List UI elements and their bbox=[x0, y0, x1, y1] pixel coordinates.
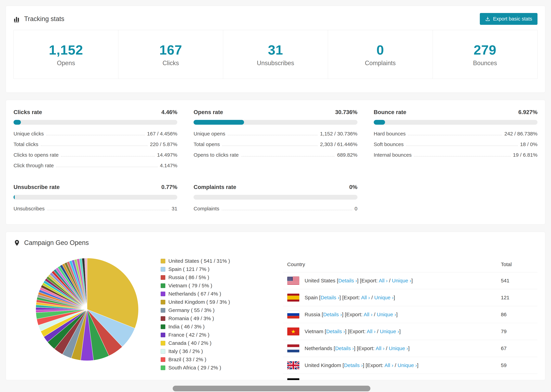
horizontal-scrollbar-thumb[interactable] bbox=[173, 386, 370, 391]
dotted-leader bbox=[414, 156, 510, 156]
details-link[interactable]: Details › bbox=[335, 345, 354, 351]
country-name: Spain bbox=[304, 295, 319, 300]
export-unique-link[interactable]: Unique › bbox=[389, 345, 408, 351]
export-all-link[interactable]: All › bbox=[384, 362, 393, 368]
legend-item-spain: Spain ( 121 / 7% ) bbox=[161, 266, 283, 272]
export-unique-link[interactable]: Unique › bbox=[398, 362, 417, 368]
stat-line-value: 4.147% bbox=[160, 163, 177, 168]
legend-swatch bbox=[161, 300, 165, 304]
legend-item-netherlands: Netherlands ( 67 / 4% ) bbox=[161, 291, 283, 297]
stat-line-label: Internal bounces bbox=[374, 152, 412, 158]
table-row-united-states: United States [Details ›] [Export: All ›… bbox=[283, 272, 537, 289]
rate-block-bounce-rate: Bounce rate6.927%Hard bounces242 / 86.73… bbox=[374, 109, 537, 168]
country-cell-text: Vietnam [Details ›] [Export: All › / Uni… bbox=[304, 329, 401, 334]
details-link[interactable]: Details › bbox=[326, 329, 345, 334]
stat-line-unique-opens: Unique opens1,152 / 30.736% bbox=[194, 131, 357, 137]
stat-line-total-opens: Total opens2,303 / 61.446% bbox=[194, 141, 357, 147]
geo-content: United States ( 541 / 31% )Spain ( 121 /… bbox=[6, 252, 545, 380]
rate-value: 4.46% bbox=[161, 109, 177, 115]
stat-line-label: Soft bounces bbox=[374, 141, 404, 147]
row-text: ] bbox=[394, 295, 395, 300]
geo-opens-header: Campaign Geo Opens bbox=[6, 232, 545, 252]
stat-line-unique-clicks: Unique clicks167 / 4.456% bbox=[14, 131, 177, 137]
progress-bar bbox=[194, 120, 357, 125]
rate-block-opens-rate: Opens rate30.736%Unique opens1,152 / 30.… bbox=[194, 109, 357, 168]
stat-line-soft-bounces: Soft bounces18 / 0% bbox=[374, 141, 537, 147]
stat-box-opens: 1,152Opens bbox=[14, 30, 118, 79]
nl-flag-icon bbox=[287, 344, 299, 352]
stat-line-label: Clicks to opens rate bbox=[14, 152, 58, 158]
geo-opens-card: Campaign Geo Opens United States ( 541 /… bbox=[6, 232, 545, 380]
country-total: 59 bbox=[501, 362, 533, 368]
stat-label: Complaints bbox=[365, 60, 396, 67]
legend-label: Vietnam ( 79 / 5% ) bbox=[168, 283, 212, 288]
legend-item-canada: Canada ( 40 / 2% ) bbox=[161, 340, 283, 346]
export-all-link[interactable]: All › bbox=[367, 329, 376, 334]
dotted-leader bbox=[241, 156, 335, 156]
us-flag-icon bbox=[287, 277, 299, 285]
stat-box-clicks: 167Clicks bbox=[118, 30, 223, 79]
stat-line-complaints: Complaints0 bbox=[194, 206, 357, 211]
stat-line-value: 689.82% bbox=[337, 152, 357, 158]
export-unique-link[interactable]: Unique › bbox=[374, 295, 394, 300]
stat-line-label: Complaints bbox=[194, 206, 219, 211]
export-unique-link[interactable]: Unique › bbox=[377, 312, 396, 317]
stat-line-label: Unsubscribes bbox=[14, 206, 45, 211]
details-link[interactable]: Details › bbox=[323, 312, 342, 317]
stat-value: 167 bbox=[159, 42, 182, 58]
legend-label: Netherlands ( 67 / 4% ) bbox=[168, 291, 221, 297]
rate-value: 0% bbox=[349, 184, 357, 190]
legend-item-romania: Romania ( 49 / 3% ) bbox=[161, 315, 283, 321]
export-all-link[interactable]: All › bbox=[364, 312, 373, 317]
geo-opens-title: Campaign Geo Opens bbox=[14, 239, 89, 246]
stat-line-label: Total clicks bbox=[14, 141, 38, 147]
stat-value: 0 bbox=[376, 42, 384, 58]
country-total: 541 bbox=[501, 278, 533, 284]
table-row-vietnam: Vietnam [Details ›] [Export: All › / Uni… bbox=[283, 323, 537, 340]
stat-line-label: Opens to clicks rate bbox=[194, 152, 239, 158]
details-link[interactable]: Details › bbox=[338, 278, 357, 283]
row-text: [ bbox=[337, 278, 338, 283]
export-unique-link[interactable]: Unique › bbox=[392, 278, 411, 283]
legend-swatch bbox=[161, 259, 165, 263]
dotted-leader bbox=[47, 210, 169, 210]
country-total: 79 bbox=[501, 329, 533, 334]
stat-value: 1,152 bbox=[49, 42, 83, 58]
legend-swatch bbox=[161, 341, 165, 345]
export-basic-stats-button[interactable]: Export basic stats bbox=[480, 13, 537, 25]
row-text: ] bbox=[396, 312, 397, 317]
dotted-leader bbox=[406, 146, 518, 146]
dotted-leader bbox=[46, 135, 145, 135]
row-text: ] bbox=[417, 362, 418, 368]
row-text: / bbox=[373, 312, 377, 317]
export-unique-link[interactable]: Unique › bbox=[380, 329, 399, 334]
rate-block-clicks-rate: Clicks rate4.46%Unique clicks167 / 4.456… bbox=[14, 109, 177, 168]
table-row-united-kingdom: United Kingdom [Details ›] [Export: All … bbox=[283, 357, 537, 374]
export-all-link[interactable]: All › bbox=[379, 278, 388, 283]
rate-title: Clicks rate bbox=[14, 109, 42, 115]
rate-value: 0.77% bbox=[161, 184, 177, 190]
table-row-netherlands: Netherlands [Details ›] [Export: All › /… bbox=[283, 340, 537, 357]
geo-table: Country Total United States [Details ›] … bbox=[283, 253, 537, 380]
details-link[interactable]: Details › bbox=[344, 362, 363, 368]
export-all-link[interactable]: All › bbox=[376, 345, 384, 351]
progress-bar bbox=[14, 195, 177, 200]
export-unique-link[interactable]: Unique › bbox=[382, 379, 402, 380]
stat-line-value: 1,152 / 30.736% bbox=[320, 131, 357, 137]
geo-table-header: Country Total bbox=[283, 257, 537, 272]
row-text: / bbox=[388, 278, 392, 283]
details-link[interactable]: Details › bbox=[320, 295, 339, 300]
row-text: ] [Export: bbox=[345, 329, 367, 334]
geo-legend: United States ( 541 / 31% )Spain ( 121 /… bbox=[161, 253, 283, 373]
legend-item-brazil: Brazil ( 33 / 2% ) bbox=[161, 357, 283, 362]
legend-swatch bbox=[161, 283, 165, 288]
stat-line-value: 19 / 6.81% bbox=[513, 152, 537, 158]
details-link[interactable]: Details › bbox=[329, 379, 347, 380]
stat-line-label: Click through rate bbox=[14, 163, 54, 168]
stat-line-total-clicks: Total clicks220 / 5.87% bbox=[14, 141, 177, 147]
row-text: ] bbox=[411, 278, 413, 283]
stat-line-clicks-to-opens-rate: Clicks to opens rate14.497% bbox=[14, 152, 177, 158]
export-all-link[interactable]: All › bbox=[369, 379, 378, 380]
export-all-link[interactable]: All › bbox=[361, 295, 370, 300]
total-column-header: Total bbox=[501, 261, 533, 267]
